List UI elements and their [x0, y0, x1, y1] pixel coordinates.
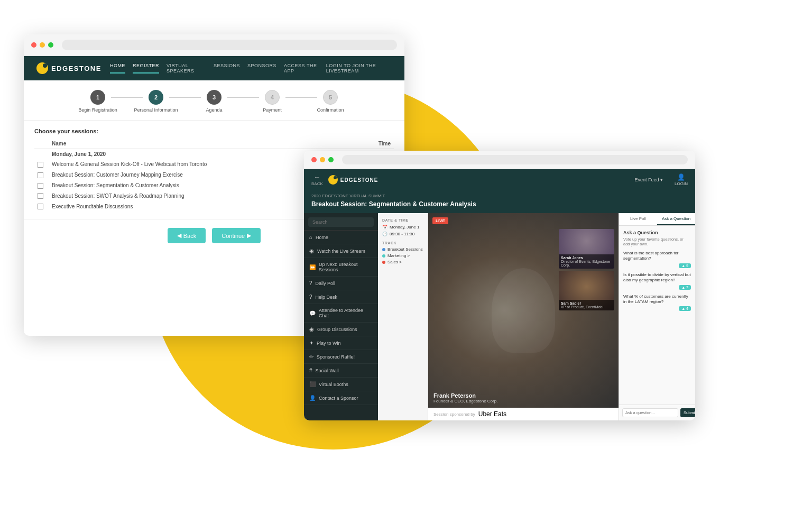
- thumb-2: Sam Sadler VP of Product, EventMobi: [559, 271, 614, 310]
- address-bar: [62, 40, 397, 50]
- clock-icon: 🕐: [382, 231, 387, 237]
- ve-login-button[interactable]: 👤 LOGIN: [675, 173, 688, 186]
- ve-logo-text: EDGESTONE: [340, 177, 379, 183]
- sidebar-item-contact[interactable]: 👤 Contact a Sponsor: [304, 391, 378, 405]
- session-name: Breakout Session: Segmentation & Custome…: [49, 180, 308, 191]
- close-dot: [31, 42, 36, 48]
- qa-submit-button[interactable]: Submit: [680, 408, 695, 417]
- sidebar-item-upnext[interactable]: ⏩ Up Next: Breakout Sessions: [304, 258, 378, 277]
- play-icon: ✦: [309, 340, 313, 346]
- track-label: TRACK: [382, 241, 423, 245]
- step-1-label: Begin Registration: [78, 107, 117, 113]
- registration-steps: 1 Begin Registration 2 Personal Informat…: [24, 80, 404, 121]
- tab-live-poll[interactable]: Live Poll: [619, 213, 657, 225]
- sidebar-item-poll[interactable]: ? Daily Poll: [304, 277, 378, 290]
- track-item-3: Sales >: [382, 260, 423, 264]
- session-checkbox[interactable]: [38, 193, 43, 199]
- qa-question-1: What is the best approach for segmentati…: [623, 251, 691, 262]
- sidebar-item-booths[interactable]: ⬛ Virtual Booths: [304, 378, 378, 391]
- ve-minimize-dot: [320, 157, 325, 162]
- session-name: Breakout Session: SWOT Analysis & Roadma…: [49, 191, 308, 201]
- chat-icon: 💬: [309, 310, 316, 316]
- sponsor-brand: Uber Eats: [478, 410, 506, 418]
- sidebar-item-watch[interactable]: ◉ Watch the Live Stream: [304, 244, 378, 258]
- reg-logo: EDGESTONE: [36, 62, 102, 74]
- nav-home[interactable]: HOME: [110, 63, 125, 74]
- qa-item-2: Is it possible to divide by vertical but…: [623, 272, 691, 290]
- step-2-label: Personal Information: [134, 107, 178, 113]
- back-button[interactable]: ◀ Back: [168, 228, 206, 243]
- session-checkbox[interactable]: [38, 183, 43, 189]
- up-arrow-icon: ▲: [681, 307, 685, 310]
- ve-logo: EDGESTONE: [328, 175, 379, 185]
- ve-qa-footer: Submit: [619, 405, 695, 420]
- ve-back-button[interactable]: ← BACK: [311, 173, 323, 186]
- continue-arrow-icon: ▶: [247, 232, 251, 239]
- vote-button-1[interactable]: ▲ 9: [679, 263, 691, 268]
- nav-speakers[interactable]: VIRTUAL SPEAKERS: [167, 63, 206, 74]
- session-name: Executive Roundtable Discussions: [49, 201, 308, 212]
- nav-sponsors[interactable]: SPONSORS: [247, 63, 276, 74]
- step-5-label: Confirmation: [317, 107, 344, 113]
- vote-button-2[interactable]: ▲ 7: [679, 285, 691, 290]
- speaker-label: Frank Peterson Founder & CEO, Edgestone …: [428, 388, 503, 408]
- eats-light: Eats: [494, 410, 506, 418]
- ve-search-area: [304, 213, 378, 231]
- home-icon: ⌂: [309, 234, 312, 240]
- calendar-icon: 📅: [382, 224, 387, 230]
- track-dot-2: [382, 254, 385, 258]
- uber-bold: Uber: [478, 410, 494, 418]
- continue-button[interactable]: Continue ▶: [212, 228, 261, 243]
- qa-vote-1: ▲ 9: [623, 263, 691, 268]
- sidebar-item-chat[interactable]: 💬 Attendee to Attendee Chat: [304, 304, 378, 323]
- social-icon: #: [309, 368, 312, 373]
- window-controls: [24, 34, 404, 56]
- time-value: 09:30 - 11:30: [390, 231, 414, 237]
- reg-nav: HOME REGISTER VIRTUAL SPEAKERS SESSIONS …: [110, 63, 392, 74]
- live-badge: LIVE: [432, 217, 448, 224]
- session-checkbox[interactable]: [38, 162, 43, 168]
- nav-access-app[interactable]: ACCESS THE APP: [284, 63, 319, 74]
- vote-button-3[interactable]: ▲ 4: [679, 306, 691, 311]
- sidebar-item-help[interactable]: ? Help Desk: [304, 290, 378, 304]
- track-item-1: Breakout Sessions: [382, 247, 423, 252]
- qa-question-3: What % of customers are currently in the…: [623, 294, 691, 305]
- tab-ask-question[interactable]: Ask a Question: [657, 213, 695, 225]
- ve-header: ← BACK EDGESTONE Event Feed ▾ 👤 LOGIN: [304, 169, 695, 190]
- booths-icon: ⬛: [309, 381, 316, 387]
- sidebar-item-groups[interactable]: ◉ Group Discussions: [304, 323, 378, 336]
- back-arrow-icon: ◀: [177, 232, 181, 239]
- ve-session-title-bar: 2020 EDGESTONE VIRTUAL SUMMIT Breakout S…: [304, 190, 695, 213]
- sidebar-item-social[interactable]: # Social Wall: [304, 364, 378, 378]
- ve-event-feed[interactable]: Event Feed ▾: [635, 177, 663, 182]
- sponsor-label: Session sponsored by: [433, 412, 475, 417]
- qa-item-3: What % of customers are currently in the…: [623, 294, 691, 311]
- qa-question-2: Is it possible to divide by vertical but…: [623, 272, 691, 283]
- step-4: 4 Payment: [243, 90, 301, 113]
- step-1-circle: 1: [90, 90, 105, 105]
- step-2: 2 Personal Information: [127, 90, 185, 113]
- sidebar-item-home[interactable]: ⌂ Home: [304, 231, 378, 244]
- up-arrow-icon: ▲: [681, 286, 685, 289]
- back-arrow-icon: ←: [314, 173, 320, 181]
- qa-input[interactable]: [622, 408, 678, 417]
- col-time: Time: [308, 139, 394, 149]
- logo-icon: [36, 62, 48, 74]
- nav-sessions[interactable]: SESSIONS: [214, 63, 240, 74]
- step-4-label: Payment: [263, 107, 282, 113]
- thumb-1: Sarah Jones Director of Events, Edgeston…: [559, 229, 614, 269]
- nav-login-livestream[interactable]: LOGIN TO JOIN THE LIVESTREAM: [326, 63, 392, 74]
- speaker-title: Founder & CEO, Edgestone Corp.: [433, 399, 497, 403]
- poll-icon: ?: [309, 280, 312, 286]
- up-arrow-icon: ▲: [681, 264, 685, 268]
- ve-maximize-dot: [328, 157, 334, 162]
- qa-title: Ask a Question: [623, 230, 691, 235]
- ve-qa-panel: Live Poll Ask a Question Ask a Question …: [619, 213, 695, 420]
- search-input[interactable]: [308, 217, 374, 227]
- watch-icon: ◉: [309, 248, 314, 254]
- sidebar-item-play[interactable]: ✦ Play to Win: [304, 336, 378, 350]
- session-checkbox[interactable]: [38, 204, 43, 209]
- sidebar-item-raffle[interactable]: ✏ Sponsored Raffle!: [304, 350, 378, 364]
- nav-register[interactable]: REGISTER: [133, 63, 159, 74]
- session-checkbox[interactable]: [38, 172, 43, 178]
